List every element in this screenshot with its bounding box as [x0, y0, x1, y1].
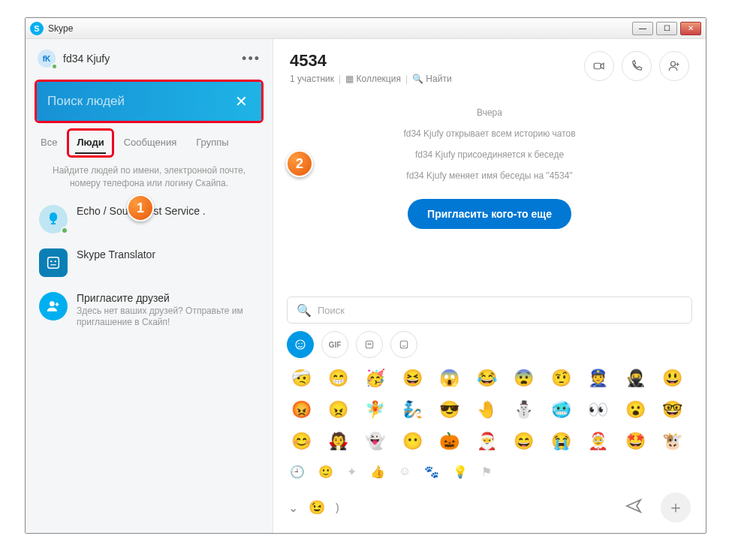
- cat-objects-icon[interactable]: 💡: [453, 465, 468, 479]
- emoji-item[interactable]: 🥶: [548, 397, 574, 423]
- emoji-item[interactable]: ⛄: [511, 397, 537, 423]
- search-hint: Найдите людей по имени, электронной почт…: [26, 154, 273, 197]
- compose-area: 🔍 GIF 🤕 😁 🥳 😆 😱 😂 😨: [273, 292, 706, 533]
- tab-messages[interactable]: Сообщения: [122, 132, 179, 154]
- emoji-item[interactable]: 😊: [288, 429, 314, 454]
- cat-people-icon[interactable]: ☺: [399, 465, 411, 479]
- emoji-item[interactable]: 🧛: [325, 429, 351, 454]
- emoji-type-tabs: GIF: [287, 331, 692, 358]
- invite-title: Пригласите друзей: [77, 292, 257, 304]
- cat-gestures-icon[interactable]: ✦: [347, 465, 357, 479]
- emoji-item[interactable]: 🤚: [474, 397, 499, 423]
- translator-icon: [39, 248, 68, 277]
- emoji-item[interactable]: 👻: [363, 429, 388, 454]
- chat-title: 4534: [290, 51, 452, 71]
- search-bar[interactable]: ✕: [37, 82, 261, 121]
- svg-point-10: [368, 344, 369, 345]
- profile-row[interactable]: fK fd34 Kjufy •••: [26, 39, 273, 78]
- emoji-item[interactable]: 👮: [586, 366, 611, 391]
- emoji-search[interactable]: 🔍: [287, 297, 692, 324]
- emoji-search-input[interactable]: [318, 305, 682, 316]
- maximize-button[interactable]: ☐: [656, 22, 677, 35]
- emoji-item[interactable]: 😡: [288, 397, 314, 423]
- emoji-item[interactable]: 😃: [660, 366, 685, 391]
- emoji-tab-smileys[interactable]: [287, 331, 314, 358]
- contact-invite-friends[interactable]: Пригласите друзей Здесь нет ваших друзей…: [26, 285, 273, 336]
- emoji-categories: 🕘 🙂 ✦ 👍 ☺ 🐾 💡 ⚑: [287, 460, 692, 486]
- search-tabs: Все Люди Сообщения Группы: [26, 128, 273, 154]
- more-button[interactable]: •••: [242, 51, 261, 67]
- emoji-item[interactable]: 🤩: [622, 429, 648, 454]
- tab-people[interactable]: Люди: [75, 132, 105, 154]
- emoji-item[interactable]: 🐮: [660, 429, 685, 454]
- cat-thumbs-icon[interactable]: 👍: [370, 465, 385, 479]
- cat-flags-icon[interactable]: ⚑: [481, 465, 492, 479]
- svg-rect-9: [366, 341, 372, 348]
- system-message: fd34 Kjufy присоединяется к беседе: [288, 149, 691, 160]
- cat-recent-icon[interactable]: 🕘: [290, 465, 305, 479]
- clear-search-icon[interactable]: ✕: [232, 89, 251, 113]
- echo-icon: [39, 205, 68, 233]
- system-message: fd34 Kjufy открывает всем историю чатов: [288, 128, 691, 139]
- annotation-badge-2: 2: [286, 150, 313, 177]
- emoji-item[interactable]: 🥳: [363, 366, 388, 391]
- svg-point-5: [671, 62, 676, 66]
- titlebar: S Skype — ☐ ✕: [26, 18, 706, 39]
- emoji-code: ): [336, 501, 339, 513]
- tab-groups[interactable]: Группы: [194, 132, 230, 154]
- add-participant-button[interactable]: [659, 51, 689, 81]
- svg-point-7: [298, 343, 300, 345]
- main-pane: 4534 1 участник | ▦ Коллекция | 🔍 Найти: [273, 39, 706, 533]
- search-input[interactable]: [47, 94, 232, 109]
- cat-animals-icon[interactable]: 🐾: [424, 465, 439, 479]
- emoji-tab-gif[interactable]: GIF: [321, 331, 348, 358]
- system-message: fd34 Kjufy меняет имя беседы на "4534": [288, 170, 691, 181]
- audio-call-button[interactable]: [622, 51, 652, 81]
- video-call-button[interactable]: [584, 51, 614, 81]
- emoji-item[interactable]: 😆: [399, 366, 425, 391]
- expand-icon[interactable]: ⌄: [288, 501, 298, 515]
- emoji-item[interactable]: 🤕: [288, 366, 314, 391]
- add-attachment-button[interactable]: ＋: [661, 492, 691, 522]
- emoji-item[interactable]: 😶: [399, 429, 425, 454]
- emoji-item[interactable]: 🎃: [437, 429, 462, 454]
- emoji-item[interactable]: 😎: [437, 397, 462, 423]
- emoji-item[interactable]: 🎅: [474, 429, 499, 454]
- svg-point-6: [296, 340, 305, 349]
- emoji-item[interactable]: 😱: [437, 366, 462, 391]
- emoji-item[interactable]: 😁: [325, 366, 351, 391]
- window-title: Skype: [48, 23, 73, 34]
- emoji-item[interactable]: 😨: [511, 366, 537, 391]
- emoji-item[interactable]: 🤨: [548, 366, 574, 391]
- participants-count[interactable]: 1 участник: [290, 74, 334, 84]
- emoji-item[interactable]: 🤶: [586, 429, 611, 454]
- contact-translator[interactable]: Skype Translator: [26, 241, 273, 285]
- emoji-item[interactable]: 🤓: [660, 397, 685, 423]
- contact-label: Skype Translator: [77, 248, 155, 260]
- emoji-grid: 🤕 😁 🥳 😆 😱 😂 😨 🤨 👮 🥷 😃 😡 😠 🧚 🧞 😎: [287, 363, 692, 460]
- collection-link[interactable]: ▦ Коллекция: [345, 74, 401, 84]
- minimize-button[interactable]: —: [632, 22, 653, 35]
- chat-header: 4534 1 участник | ▦ Коллекция | 🔍 Найти: [273, 39, 706, 91]
- emoji-item[interactable]: 😭: [548, 429, 574, 454]
- invite-subtitle: Здесь нет ваших друзей? Отправьте им при…: [77, 306, 257, 329]
- emoji-item[interactable]: 🥷: [622, 366, 648, 391]
- emoji-item[interactable]: 😂: [474, 366, 499, 391]
- emoji-item[interactable]: 👀: [586, 397, 611, 423]
- find-link[interactable]: 🔍 Найти: [412, 74, 452, 84]
- tab-all[interactable]: Все: [39, 132, 59, 154]
- close-button[interactable]: ✕: [680, 22, 701, 35]
- emoji-tab-stickers[interactable]: [356, 331, 383, 358]
- emoji-item[interactable]: 😮: [622, 397, 648, 423]
- sidebar: fK fd34 Kjufy ••• ✕ Все Люди Сообщения Г…: [26, 39, 273, 533]
- emoji-item[interactable]: 🧚: [363, 397, 388, 423]
- invite-button[interactable]: Пригласить кого-то еще: [408, 199, 571, 229]
- send-button[interactable]: [625, 497, 643, 518]
- emoji-item[interactable]: 😄: [511, 429, 537, 454]
- selected-emoji[interactable]: 😉: [309, 499, 325, 516]
- svg-point-8: [301, 343, 303, 345]
- emoji-tab-mojis[interactable]: [390, 331, 417, 358]
- emoji-item[interactable]: 🧞: [399, 397, 425, 423]
- emoji-item[interactable]: 😠: [325, 397, 351, 423]
- cat-smileys-icon[interactable]: 🙂: [318, 465, 333, 479]
